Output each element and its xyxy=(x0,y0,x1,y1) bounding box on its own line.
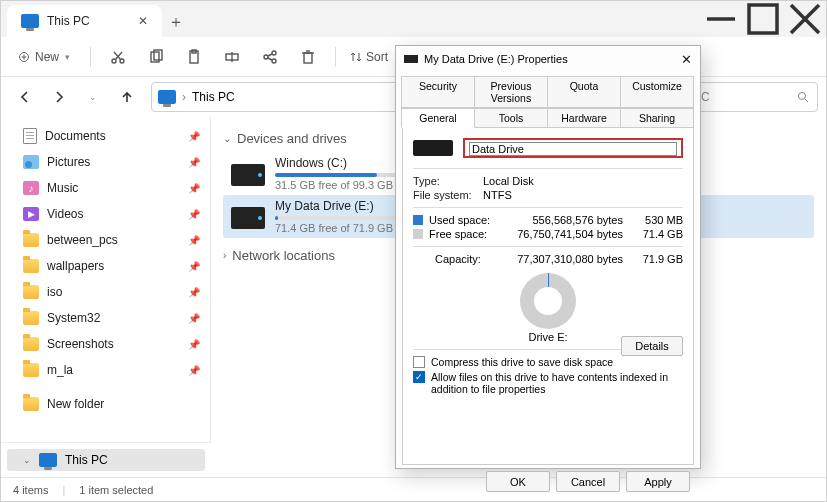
pin-icon: 📌 xyxy=(188,209,200,220)
drive-name-input[interactable] xyxy=(469,142,677,156)
breadcrumb[interactable]: This PC xyxy=(192,90,235,104)
drive-name-highlight xyxy=(463,138,683,158)
chevron-down-icon: ⌄ xyxy=(223,133,231,144)
index-option[interactable]: ✓Allow files on this drive to have conte… xyxy=(413,371,683,395)
svg-rect-22 xyxy=(304,53,312,63)
sidebar-item-system32[interactable]: System32📌 xyxy=(1,305,210,331)
document-icon xyxy=(23,128,37,144)
explorer-window: This PC ✕ ＋ New ▾ Sort ⌄ xyxy=(0,0,827,502)
pin-icon: 📌 xyxy=(188,365,200,376)
clipboard-icon xyxy=(186,49,202,65)
folder-icon xyxy=(23,285,39,299)
cut-button[interactable] xyxy=(101,42,135,72)
tab-sharing[interactable]: Sharing xyxy=(620,108,694,128)
sidebar-item-m-la[interactable]: m_la📌 xyxy=(1,357,210,383)
music-icon: ♪ xyxy=(23,181,39,195)
sidebar-item-between-pcs[interactable]: between_pcs📌 xyxy=(1,227,210,253)
svg-point-28 xyxy=(799,93,806,100)
pc-icon xyxy=(21,14,39,28)
sidebar: Documents📌 Pictures📌 ♪Music📌 ▶Videos📌 be… xyxy=(1,117,211,479)
details-button[interactable]: Details xyxy=(621,336,683,356)
status-items: 4 items xyxy=(13,484,48,496)
close-icon[interactable]: ✕ xyxy=(681,52,692,67)
delete-button[interactable] xyxy=(291,42,325,72)
chevron-right-icon: › xyxy=(223,250,226,261)
sidebar-item-screenshots[interactable]: Screenshots📌 xyxy=(1,331,210,357)
folder-icon xyxy=(23,397,39,411)
svg-line-20 xyxy=(268,54,272,56)
checkbox-checked-icon[interactable]: ✓ xyxy=(413,371,425,383)
pc-icon xyxy=(158,90,176,104)
sort-button[interactable]: Sort xyxy=(350,50,388,64)
tab-quota[interactable]: Quota xyxy=(547,76,621,108)
capacity-chart xyxy=(520,273,576,329)
sidebar-item-documents[interactable]: Documents📌 xyxy=(1,123,210,149)
maximize-button[interactable] xyxy=(742,1,784,37)
pictures-icon xyxy=(23,155,39,169)
dialog-titlebar[interactable]: My Data Drive (E:) Properties ✕ xyxy=(396,46,700,72)
compress-option[interactable]: Compress this drive to save disk space xyxy=(413,356,683,368)
pc-icon xyxy=(39,453,57,467)
up-button[interactable] xyxy=(111,83,143,111)
pin-icon: 📌 xyxy=(188,313,200,324)
new-tab-button[interactable]: ＋ xyxy=(162,7,190,37)
search-icon xyxy=(797,91,809,103)
paste-button[interactable] xyxy=(177,42,211,72)
tab-this-pc[interactable]: This PC ✕ xyxy=(7,5,162,37)
pin-icon: 📌 xyxy=(188,131,200,142)
tab-security[interactable]: Security xyxy=(401,76,475,108)
sidebar-item-new-folder[interactable]: New folder xyxy=(1,391,210,417)
folder-icon xyxy=(23,233,39,247)
chevron-right-icon: › xyxy=(182,90,186,104)
drive-icon xyxy=(413,140,453,156)
tab-title: This PC xyxy=(47,14,90,28)
folder-icon xyxy=(23,337,39,351)
checkbox-icon[interactable] xyxy=(413,356,425,368)
svg-rect-1 xyxy=(749,5,777,33)
recent-button[interactable]: ⌄ xyxy=(77,83,109,111)
sidebar-item-videos[interactable]: ▶Videos📌 xyxy=(1,201,210,227)
sidebar-item-wallpapers[interactable]: wallpapers📌 xyxy=(1,253,210,279)
svg-point-19 xyxy=(272,59,276,63)
ok-button[interactable]: OK xyxy=(486,471,550,492)
drive-icon xyxy=(404,55,418,63)
apply-button[interactable]: Apply xyxy=(626,471,690,492)
back-button[interactable] xyxy=(9,83,41,111)
properties-dialog: My Data Drive (E:) Properties ✕ Security… xyxy=(395,45,701,469)
status-selected: 1 item selected xyxy=(79,484,153,496)
pin-icon: 📌 xyxy=(188,157,200,168)
tab-customize[interactable]: Customize xyxy=(620,76,694,108)
pin-icon: 📌 xyxy=(188,235,200,246)
pin-icon: 📌 xyxy=(188,261,200,272)
tab-previous-versions[interactable]: Previous Versions xyxy=(474,76,548,108)
forward-button[interactable] xyxy=(43,83,75,111)
svg-line-29 xyxy=(805,99,808,102)
tab-tools[interactable]: Tools xyxy=(474,108,548,128)
sidebar-this-pc[interactable]: ⌄ This PC xyxy=(7,449,205,471)
sidebar-item-iso[interactable]: iso📌 xyxy=(1,279,210,305)
free-swatch xyxy=(413,229,423,239)
svg-point-17 xyxy=(264,55,268,59)
share-button[interactable] xyxy=(253,42,287,72)
folder-icon xyxy=(23,311,39,325)
folder-icon xyxy=(23,259,39,273)
cancel-button[interactable]: Cancel xyxy=(556,471,620,492)
tab-general[interactable]: General xyxy=(401,108,475,128)
scissors-icon xyxy=(110,49,126,65)
titlebar: This PC ✕ ＋ xyxy=(1,1,826,37)
trash-icon xyxy=(300,49,316,65)
minimize-button[interactable] xyxy=(700,1,742,37)
drive-icon xyxy=(231,207,265,229)
sidebar-item-pictures[interactable]: Pictures📌 xyxy=(1,149,210,175)
pin-icon: 📌 xyxy=(188,339,200,350)
close-button[interactable] xyxy=(784,1,826,37)
sidebar-item-music[interactable]: ♪Music📌 xyxy=(1,175,210,201)
rename-icon xyxy=(224,49,240,65)
new-button[interactable]: New ▾ xyxy=(9,46,80,68)
copy-button[interactable] xyxy=(139,42,173,72)
tab-hardware[interactable]: Hardware xyxy=(547,108,621,128)
rename-button[interactable] xyxy=(215,42,249,72)
copy-icon xyxy=(148,49,164,65)
svg-point-18 xyxy=(272,51,276,55)
tab-close-icon[interactable]: ✕ xyxy=(138,14,148,28)
